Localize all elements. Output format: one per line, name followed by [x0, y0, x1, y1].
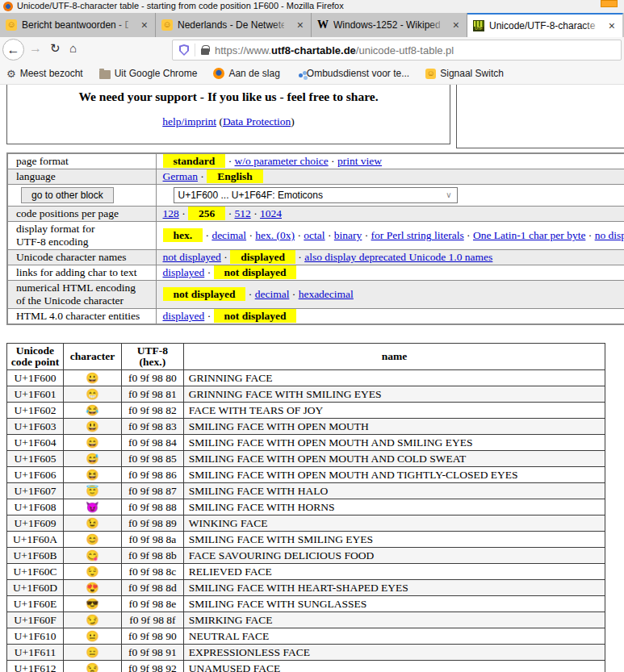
character-cell: 😇 — [63, 483, 121, 499]
close-icon[interactable]: × — [295, 19, 305, 31]
name-cell: SMILING FACE WITH HEART-SHAPED EYES — [183, 580, 605, 596]
utf8-hex-cell: f0 9f 98 8f — [121, 612, 183, 628]
close-icon[interactable]: × — [140, 19, 149, 31]
reload-button[interactable]: ↻ — [50, 41, 61, 56]
firefox-logo-icon — [3, 2, 13, 11]
option-link[interactable]: hexadecimal — [299, 288, 354, 300]
settings-table: page formatstandard · w/o parameter choi… — [6, 152, 624, 325]
codepoint-cell: U+1F60A — [7, 532, 64, 548]
name-cell: SMILING FACE WITH OPEN MOUTH AND SMILING… — [183, 435, 605, 451]
settings-row: languageGerman · English — [7, 169, 624, 185]
lock-icon[interactable] — [201, 48, 209, 55]
utf8-hex-cell: f0 9f 98 89 — [121, 515, 183, 532]
back-button[interactable]: ← — [2, 39, 24, 61]
char-row: U+1F607😇f0 9f 98 87SMILING FACE WITH HAL… — [7, 483, 605, 499]
character-cell: 😐 — [63, 628, 121, 645]
option-link[interactable]: 128 — [163, 207, 179, 219]
char-row: U+1F603😃f0 9f 98 83SMILING FACE WITH OPE… — [7, 419, 605, 435]
setting-label: HTML 4.0 character entities — [7, 309, 156, 325]
codepoint-cell: U+1F608 — [7, 499, 64, 515]
bookmark-signaal-switch[interactable]: ☺ Signaal Switch — [425, 68, 504, 79]
option-link[interactable]: German — [163, 170, 198, 182]
char-row: U+1F60B😋f0 9f 98 8bFACE SAVOURING DELICI… — [7, 548, 605, 564]
setting-options: U+1F600 ... U+1F64F: Emoticons∨ — [156, 185, 624, 207]
option-link[interactable]: 1024 — [260, 207, 282, 219]
bookmarks-toolbar: ⚙ Meest bezocht Uit Google Chrome Aan de… — [0, 63, 624, 85]
chevron-down-icon: ∨ — [446, 189, 451, 202]
name-cell: EXPRESSIONLESS FACE — [183, 645, 605, 661]
char-row: U+1F60A😊f0 9f 98 8aSMILING FACE WITH SMI… — [7, 532, 605, 548]
codepoint-cell: U+1F606 — [7, 467, 64, 483]
character-cell: 😀 — [63, 370, 121, 386]
name-cell: SMILING FACE WITH SUNGLASSES — [183, 596, 605, 612]
home-button[interactable]: ⌂ — [69, 41, 77, 55]
tab-wikipedia[interactable]: W Windows-1252 - Wikipedia × — [312, 13, 467, 37]
paren: ( — [216, 115, 223, 127]
utf8-hex-cell: f0 9f 98 92 — [121, 661, 183, 672]
url-prefix: https://www. — [215, 44, 271, 56]
close-icon[interactable]: × — [451, 19, 461, 31]
setting-label: code positions per page — [7, 207, 156, 222]
option-link[interactable]: hex. (0x) — [255, 229, 295, 241]
setting-label: numerical HTML encodingof the Unicode ch… — [7, 281, 156, 309]
setting-options: not displayed · displayed · also display… — [156, 250, 624, 265]
tab-netweters[interactable]: ☺ Nederlands - De Netweters × — [156, 13, 312, 37]
utf8-hex-cell: f0 9f 98 86 — [121, 467, 183, 483]
name-cell: RELIEVED FACE — [183, 564, 605, 580]
option-selected: 256 — [188, 207, 225, 220]
block-select[interactable]: U+1F600 ... U+1F64F: Emoticons∨ — [174, 187, 458, 203]
forward-button[interactable]: → — [29, 41, 42, 56]
codepoint-cell: U+1F60D — [7, 580, 64, 596]
char-row: U+1F601😁f0 9f 98 81GRINNING FACE WITH SM… — [7, 386, 605, 403]
tab-forum-reply[interactable]: ☺ Bericht beantwoorden - De Net × — [0, 13, 156, 37]
setting-label: go to other block — [7, 185, 156, 207]
tab-title: Windows-1252 - Wikipedia — [333, 19, 440, 31]
utf8-hex-cell: f0 9f 98 82 — [121, 403, 183, 419]
tab-title: Nederlands - De Netweters — [178, 19, 284, 31]
bookmark-aan-de-slag[interactable]: Aan de slag — [213, 68, 279, 79]
url-bar[interactable]: https://www.utf8-chartable.de/unicode-ut… — [172, 40, 622, 61]
option-link[interactable]: decimal — [211, 229, 246, 241]
option-link[interactable]: octal — [304, 229, 325, 241]
option-link[interactable]: also display deprecated Unicode 1.0 name… — [304, 251, 492, 263]
block-select-value: U+1F600 ... U+1F64F: Emoticons — [178, 189, 323, 202]
character-cell: 😎 — [63, 596, 121, 612]
option-link[interactable]: displayed — [163, 310, 205, 322]
option-link[interactable]: 512 — [235, 207, 251, 219]
option-selected: standard — [163, 154, 226, 168]
codepoint-cell: U+1F604 — [7, 435, 64, 451]
codepoint-cell: U+1F603 — [7, 419, 64, 435]
name-cell: SMILING FACE WITH OPEN MOUTH — [183, 419, 605, 435]
window-title: Unicode/UTF-8-character table - starting… — [17, 1, 344, 10]
character-cell: 😂 — [63, 403, 121, 419]
option-link[interactable]: One Latin-1 char per byte — [473, 229, 585, 241]
help-imprint-link[interactable]: help/imprint — [162, 115, 216, 127]
tab-utf8-chartable-active[interactable]: UTF Unicode/UTF-8-character table × — [467, 13, 623, 37]
option-link[interactable]: not displayed — [163, 251, 221, 263]
bookmark-uit-google-chrome[interactable]: Uit Google Chrome — [99, 68, 198, 79]
tracking-shield-icon[interactable] — [179, 44, 189, 56]
name-cell: SMILING FACE WITH OPEN MOUTH AND TIGHTLY… — [183, 467, 605, 483]
option-link[interactable]: for Perl string literals — [371, 229, 464, 241]
bookmark-meest-bezocht[interactable]: ⚙ Meest bezocht — [6, 68, 83, 79]
option-link[interactable]: no display — [595, 229, 624, 241]
character-cell: 😏 — [63, 612, 121, 628]
option-link[interactable]: displayed — [163, 266, 205, 278]
character-cell: 😅 — [63, 451, 121, 467]
option-link[interactable]: w/o parameter choice — [235, 155, 329, 167]
setting-label: language — [7, 169, 156, 185]
option-link[interactable]: binary — [334, 229, 362, 241]
data-protection-link[interactable]: Data Protection — [223, 115, 291, 127]
tab-title-fade — [428, 15, 446, 35]
bookmark-ombudsdienst[interactable]: Ombudsdienst voor te... — [296, 68, 409, 79]
option-link[interactable]: print view — [337, 155, 382, 167]
option-selected: displayed — [230, 250, 295, 264]
go-to-other-block-button[interactable]: go to other block — [21, 187, 114, 203]
character-cell: 😌 — [63, 564, 121, 580]
gear-icon: ⚙ — [6, 69, 16, 79]
column-header: character — [63, 344, 121, 370]
name-cell: SMILING FACE WITH HORNS — [183, 499, 605, 515]
close-icon[interactable]: × — [607, 20, 617, 31]
setting-label: display format forUTF-8 encoding — [7, 222, 156, 250]
option-link[interactable]: decimal — [255, 288, 290, 300]
